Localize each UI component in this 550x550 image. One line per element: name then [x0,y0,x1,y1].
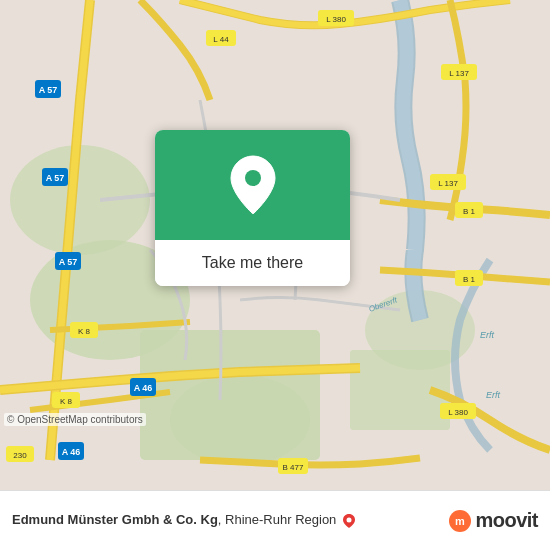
svg-text:A 57: A 57 [46,173,65,183]
svg-text:B 477: B 477 [283,463,304,472]
take-me-there-button[interactable]: Take me there [155,240,350,286]
svg-text:L 380: L 380 [326,15,346,24]
svg-text:A 57: A 57 [59,257,78,267]
svg-text:B 1: B 1 [463,275,476,284]
svg-point-6 [170,375,310,465]
region-name: Rhine-Ruhr Region [225,512,336,527]
svg-text:K 8: K 8 [60,397,73,406]
svg-point-42 [245,170,261,186]
svg-text:K 8: K 8 [78,327,91,336]
location-name: Edmund Münster Gmbh & Co. Kg [12,512,218,527]
moovit-logo: m moovit [449,509,538,532]
svg-text:A 57: A 57 [39,85,58,95]
red-pin-icon [342,513,356,529]
svg-text:L 137: L 137 [438,179,458,188]
svg-text:A 46: A 46 [62,447,81,457]
svg-text:A 46: A 46 [134,383,153,393]
map-container: A 57 A 57 A 57 A 46 A 46 L 380 L 380 L 4… [0,0,550,490]
moovit-label: moovit [475,509,538,532]
svg-text:Erft: Erft [486,390,501,400]
bottom-bar: Edmund Münster Gmbh & Co. Kg, Rhine-Ruhr… [0,490,550,550]
popup-header [155,130,350,240]
svg-text:Erft: Erft [480,330,495,340]
svg-text:L 137: L 137 [449,69,469,78]
svg-text:L 44: L 44 [213,35,229,44]
svg-text:m: m [456,515,466,527]
location-pin-icon [227,154,279,216]
popup-card: Take me there [155,130,350,286]
svg-text:B 1: B 1 [463,207,476,216]
svg-text:230: 230 [13,451,27,460]
moovit-icon: m [449,510,471,532]
region-separator: , [218,512,225,527]
location-info: Edmund Münster Gmbh & Co. Kg, Rhine-Ruhr… [12,512,441,529]
svg-text:L 380: L 380 [448,408,468,417]
map-attribution: © OpenStreetMap contributors [4,413,146,426]
svg-point-43 [346,517,351,522]
svg-point-2 [10,145,150,255]
